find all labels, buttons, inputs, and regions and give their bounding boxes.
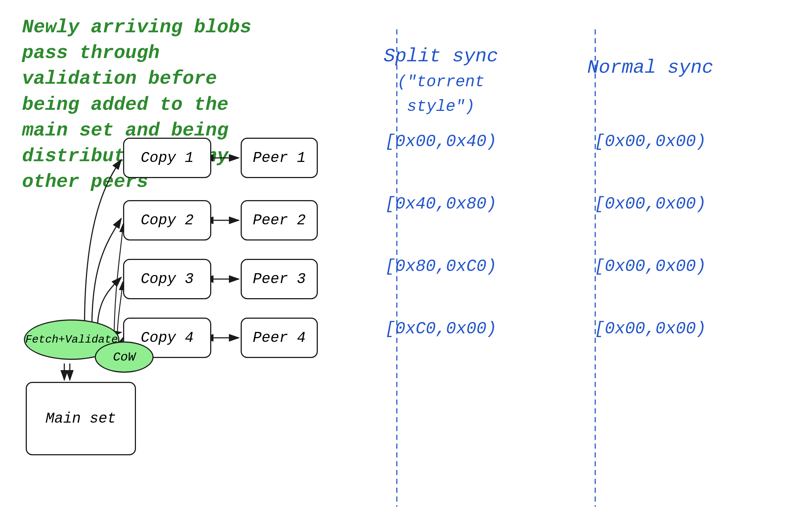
copy1-box: Copy 1 <box>123 138 211 178</box>
normal-row-2: [0x00,0x00) <box>581 195 720 214</box>
copy2-box: Copy 2 <box>123 200 211 241</box>
main-set-label: Main set <box>46 411 116 427</box>
peer4-box: Peer 4 <box>241 318 318 358</box>
normal-row-4: [0x00,0x00) <box>581 319 720 339</box>
cow-label: CoW <box>113 350 135 364</box>
cow-ellipse: CoW <box>95 341 154 373</box>
split-row-4: [0xC0,0x00) <box>367 319 514 339</box>
main-set-box: Main set <box>26 382 136 455</box>
normal-sync-header: Normal sync <box>581 57 720 79</box>
fetch-validate-label: Fetch+Validate <box>25 333 118 346</box>
peer3-label: Peer 3 <box>253 271 306 287</box>
split-row-1: [0x00,0x40) <box>367 132 514 151</box>
copy4-label: Copy 4 <box>141 330 194 346</box>
peer1-label: Peer 1 <box>253 150 306 166</box>
peer2-label: Peer 2 <box>253 212 306 229</box>
peer3-box: Peer 3 <box>241 259 318 299</box>
copy3-box: Copy 3 <box>123 259 211 299</box>
copy3-label: Copy 3 <box>141 271 194 287</box>
split-row-2: [0x40,0x80) <box>367 195 514 214</box>
split-sync-header: Split sync("torrent style") <box>367 44 514 119</box>
peer2-box: Peer 2 <box>241 200 318 241</box>
split-row-3: [0x80,0xC0) <box>367 257 514 276</box>
normal-row-1: [0x00,0x00) <box>581 132 720 151</box>
copy2-label: Copy 2 <box>141 212 194 229</box>
copy1-label: Copy 1 <box>141 150 194 166</box>
normal-row-3: [0x00,0x00) <box>581 257 720 276</box>
peer4-label: Peer 4 <box>253 330 306 346</box>
peer1-box: Peer 1 <box>241 138 318 178</box>
